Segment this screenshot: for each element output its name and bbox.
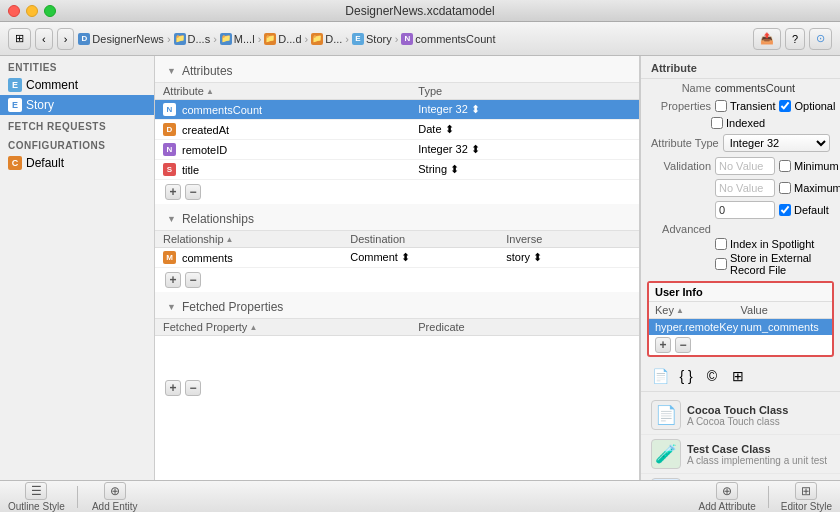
sidebar-item-default[interactable]: C Default <box>0 153 154 173</box>
table-row[interactable]: N commentsCount Integer 32 ⬍ <box>155 100 639 120</box>
ui-val-col-header[interactable]: Value <box>741 304 827 316</box>
bc-icon-entity: E <box>352 33 364 45</box>
user-info-row[interactable]: hyper.remoteKey num_comments <box>649 319 832 335</box>
max-input[interactable] <box>715 179 775 197</box>
transient-checkbox[interactable] <box>715 100 727 112</box>
add-attribute-button[interactable]: ⊕ Add Attribute <box>699 482 756 512</box>
fetched-properties-section-header[interactable]: ▼ Fetched Properties <box>155 292 639 319</box>
inspector-button[interactable]: ⊙ <box>809 28 832 50</box>
predicate-col-header[interactable]: Predicate <box>418 321 631 333</box>
default-config-icon: C <box>8 156 22 170</box>
max-checkbox[interactable] <box>779 182 791 194</box>
fetched-empty-area <box>155 336 639 376</box>
close-button[interactable] <box>8 5 20 17</box>
test-case-template[interactable]: 🧪 Test Case Class A class implementing a… <box>641 435 840 474</box>
title-bar: DesignerNews.xcdatamodel <box>0 0 840 22</box>
attr-name-createdat: createdAt <box>182 124 229 136</box>
add-entity-icon: ⊕ <box>104 482 126 500</box>
attribute-panel-title: Attribute <box>641 56 840 79</box>
add-relationship-button[interactable]: + <box>165 272 181 288</box>
name-field-row: Name commentsCount <box>641 79 840 97</box>
sidebar-item-story[interactable]: E Story <box>0 95 154 115</box>
sidebar-item-comment[interactable]: E Comment <box>0 75 154 95</box>
breadcrumb-item-1[interactable]: D DesignerNews <box>78 33 164 45</box>
remove-relationship-button[interactable]: − <box>185 272 201 288</box>
min-input[interactable] <box>715 157 775 175</box>
forward-button[interactable]: › <box>57 28 75 50</box>
d-icon: D <box>163 123 176 136</box>
spotlight-label: Index in Spotlight <box>730 238 814 250</box>
row-attr-col: D createdAt <box>163 123 418 136</box>
inv-col-header[interactable]: Inverse <box>506 233 631 245</box>
grid-icon[interactable]: ⊞ <box>727 365 749 387</box>
configurations-header: CONFIGURATIONS <box>0 134 154 153</box>
remove-fetched-button[interactable]: − <box>185 380 201 396</box>
share-button[interactable]: 📤 <box>753 28 781 50</box>
breadcrumb-item-5[interactable]: 📁 D... <box>311 33 342 45</box>
default-input[interactable] <box>715 201 775 219</box>
table-row[interactable]: M comments Comment ⬍ story ⬍ <box>155 248 639 268</box>
breadcrumb-item-attr[interactable]: N commentsCount <box>401 33 495 45</box>
attributes-triangle: ▼ <box>167 66 176 76</box>
max-label-row: Maximum <box>779 182 840 194</box>
default-checkbox[interactable] <box>779 204 791 216</box>
add-entity-button[interactable]: ⊕ Add Entity <box>90 482 140 512</box>
dest-col-header[interactable]: Destination <box>350 233 506 245</box>
user-info-table-header: Key ▲ Value <box>649 302 832 319</box>
traffic-lights[interactable] <box>8 5 56 17</box>
cocoa-touch-icon: 📄 <box>651 400 681 430</box>
table-row[interactable]: N remoteID Integer 32 ⬍ <box>155 140 639 160</box>
min-validation-row: Validation Minimum <box>641 155 840 177</box>
cocoa-touch-desc: A Cocoa Touch class <box>687 416 788 427</box>
relationships-section-header[interactable]: ▼ Relationships <box>155 204 639 231</box>
file-icon[interactable]: 📄 <box>649 365 671 387</box>
back-button[interactable]: ‹ <box>35 28 53 50</box>
indexed-checkbox[interactable] <box>711 117 723 129</box>
test-case-icon: 🧪 <box>651 439 681 469</box>
help-button[interactable]: ? <box>785 28 805 50</box>
table-row[interactable]: D createdAt Date ⬍ <box>155 120 639 140</box>
editor-style-button[interactable]: ⊞ Editor Style <box>781 482 832 512</box>
breadcrumb-item-entity[interactable]: E Story <box>352 33 392 45</box>
transient-checkbox-wrapper: Transient <box>715 100 775 112</box>
external-checkbox[interactable] <box>715 258 727 270</box>
attributes-section-header[interactable]: ▼ Attributes <box>155 56 639 83</box>
min-checkbox[interactable] <box>779 160 791 172</box>
add-attribute-small-button[interactable]: + <box>165 184 181 200</box>
sidebar-toggle[interactable]: ⊞ <box>8 28 31 50</box>
remove-user-info-button[interactable]: − <box>675 337 691 353</box>
user-info-key: hyper.remoteKey <box>655 321 741 333</box>
breadcrumb-item-3[interactable]: 📁 M...l <box>220 33 255 45</box>
at-icon[interactable]: © <box>701 365 723 387</box>
brackets-icon[interactable]: { } <box>675 365 697 387</box>
optional-checkbox[interactable] <box>779 100 791 112</box>
table-row[interactable]: S title String ⬍ <box>155 160 639 180</box>
fetched-col-header[interactable]: Fetched Property ▲ <box>163 321 418 333</box>
row-type-col: Integer 32 ⬍ <box>418 103 631 116</box>
fetched-sort-icon: ▲ <box>249 323 257 332</box>
type-col-header[interactable]: Type <box>418 85 631 97</box>
add-fetched-button[interactable]: + <box>165 380 181 396</box>
attr-type-select[interactable]: Integer 32 <box>723 134 830 152</box>
add-user-info-button[interactable]: + <box>655 337 671 353</box>
outline-style-button[interactable]: ☰ Outline Style <box>8 482 65 512</box>
attr-col-header[interactable]: Attribute ▲ <box>163 85 418 97</box>
relationships-title: Relationships <box>182 212 254 226</box>
breadcrumb-item-4[interactable]: 📁 D...d <box>264 33 301 45</box>
cocoa-touch-template[interactable]: 📄 Cocoa Touch Class A Cocoa Touch class <box>641 396 840 435</box>
maximize-button[interactable] <box>44 5 56 17</box>
remove-attribute-button[interactable]: − <box>185 184 201 200</box>
spotlight-checkbox[interactable] <box>715 238 727 250</box>
toolbar-right: 📤 ? ⊙ <box>753 28 832 50</box>
row-type-col: Date ⬍ <box>418 123 631 136</box>
rel-dest-col: Comment ⬍ <box>350 251 506 264</box>
spotlight-row: Index in Spotlight <box>641 237 840 251</box>
minimize-button[interactable] <box>26 5 38 17</box>
rel-col-header[interactable]: Relationship ▲ <box>163 233 350 245</box>
n-icon: N <box>163 143 176 156</box>
ui-key-col-header[interactable]: Key ▲ <box>655 304 741 316</box>
properties-label-row: Properties Transient Optional <box>641 97 840 115</box>
sep-2 <box>768 486 769 508</box>
breadcrumb-item-2[interactable]: 📁 D...s <box>174 33 211 45</box>
fetched-add-remove: + − <box>155 376 639 400</box>
